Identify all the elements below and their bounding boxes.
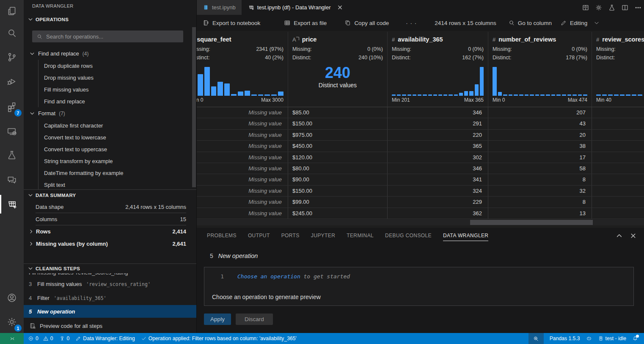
problems-status[interactable]: 0 0 [28,336,53,341]
search-input[interactable]: Search for operations... [32,31,183,42]
table-cell[interactable]: 220 [388,130,488,140]
discard-button[interactable]: Discard [236,313,273,325]
table-cell[interactable]: $85.00 [288,107,388,118]
sidebar-item-run-debug[interactable] [0,70,24,92]
sidebar-item-remote-explorer[interactable] [0,120,24,142]
export-as-file-button[interactable]: Export as file [284,19,327,26]
pandas-version-status[interactable]: Pandas 1.5.3 [550,336,580,341]
table-cell[interactable]: 43 [488,118,592,129]
summary-row[interactable]: Missing values (by column)2,641 [24,238,196,250]
panel-tab-ports[interactable]: PORTS [281,228,300,243]
more-actions-icon[interactable] [634,4,642,11]
operation-item[interactable]: Fill missing values [39,83,196,95]
grid-column-header[interactable]: ApriceMissing:0 (0%)Distinct:240 (10%)24… [288,32,388,107]
operation-applied-status[interactable]: Operation applied: Filter rows based on … [141,336,297,341]
sidebar-item-settings[interactable]: 1 [0,311,24,333]
close-icon[interactable] [337,5,343,10]
table-cell[interactable] [592,107,644,118]
cleaning-steps-header[interactable]: CLEANING STEPS [28,266,80,271]
grid-column-header[interactable]: #square_feetMissing:2341 (97%)Distinct:4… [197,32,288,107]
table-cell[interactable]: Missing value [197,141,288,151]
table-cell[interactable]: 8 [488,174,592,185]
table-cell[interactable]: Missing value [197,174,288,185]
sidebar-item-accounts[interactable] [0,287,24,309]
operation-item[interactable]: Find and replace [39,95,196,107]
chevron-up-icon[interactable] [616,233,622,239]
export-to-notebook-button[interactable]: Export to notebook [203,19,260,26]
table-cell[interactable] [592,152,644,163]
panel-tab-data-wrangler[interactable]: DATA WRANGLER [443,228,488,243]
preview-code-button[interactable]: Preview code for all steps [24,319,196,333]
editing-mode-button[interactable]: Editing [560,19,587,26]
panel-tab-problems[interactable]: PROBLEMS [207,228,237,243]
zoom-status-button[interactable] [528,333,544,344]
table-cell[interactable]: 8 [488,197,592,207]
sidebar-item-search[interactable] [0,22,24,44]
table-cell[interactable]: Missing value [197,130,288,140]
table-cell[interactable]: $150.00 [288,118,388,129]
operation-code-editor[interactable]: 1 Choose an operation to get started Cho… [204,267,634,306]
copy-all-code-button[interactable]: Copy all code [344,19,389,26]
copilot-status[interactable] [586,336,592,341]
table-cell[interactable]: 229 [388,197,488,207]
close-icon[interactable] [630,233,636,239]
split-editor-icon[interactable] [621,4,629,11]
table-cell[interactable]: 32 [488,186,592,196]
table-cell[interactable]: $90.00 [288,174,388,185]
operation-item[interactable]: Convert text to lowercase [39,131,196,143]
operation-item[interactable]: String transform by example [39,155,196,167]
table-cell[interactable]: $150.00 [288,186,388,196]
operation-item[interactable]: Drop duplicate rows [39,60,196,72]
grid-column-header[interactable]: #review_scores_ratingMissing:Distinct:Mi… [592,32,644,107]
table-cell[interactable]: Missing value [197,118,288,129]
kernel-status[interactable]: test - idle [598,336,626,341]
operation-item[interactable]: Split text [39,179,196,189]
operation-group-header[interactable]: Find and replace(4) [24,47,196,60]
table-cell[interactable]: Missing value [197,197,288,207]
table-cell[interactable]: $120.00 [288,152,388,163]
table-cell[interactable]: Missing value [197,107,288,118]
go-to-column-button[interactable]: Go to column [508,19,552,26]
operation-item[interactable]: Capitalize first character [39,119,196,131]
table-cell[interactable]: 38 [488,141,592,151]
operations-scrollbar[interactable] [192,27,196,187]
panel-tab-jupyter[interactable]: JUPYTER [311,228,335,243]
cleaning-step-row[interactable]: 5New operation [24,305,196,318]
tab-data-wrangler[interactable]: test.ipynb (df) - Data Wrangler [242,0,349,15]
tab-test-ipynb[interactable]: test.ipynb [197,0,242,15]
apply-button[interactable]: Apply [204,313,231,325]
table-cell[interactable]: $99.00 [288,197,388,207]
table-cell[interactable]: $975.00 [288,130,388,140]
panel-tab-terminal[interactable]: TERMINAL [347,228,374,243]
table-cell[interactable]: 346 [388,163,488,174]
cleaning-step-row[interactable]: 3Fill missing values'review_scores_ratin… [24,277,196,291]
cleaning-step-row[interactable]: 4Filter'availability_365' [24,291,196,305]
choose-operation-link[interactable]: Choose an operation [237,273,300,280]
table-cell[interactable]: Missing value [197,152,288,163]
panel-tab-debug-console[interactable]: DEBUG CONSOLE [385,228,432,243]
table-cell[interactable] [592,186,644,196]
sidebar-item-testing[interactable] [0,144,24,166]
sidebar-item-explorer[interactable] [0,0,24,22]
sidebar-item-data-wrangler[interactable] [0,193,24,215]
operations-section-header[interactable]: OPERATIONS [28,17,69,22]
panel-tab-output[interactable]: OUTPUT [248,228,270,243]
table-cell[interactable]: 207 [488,107,592,118]
open-preview-icon[interactable] [582,4,589,11]
table-cell[interactable]: 302 [388,152,488,163]
summary-row[interactable]: Rows2,414 [24,225,196,238]
table-cell[interactable] [592,174,644,185]
table-cell[interactable]: $80.00 [288,163,388,174]
table-cell[interactable] [592,197,644,207]
table-cell[interactable]: 341 [388,174,488,185]
sidebar-item-extensions[interactable]: 7 [0,96,24,118]
table-cell[interactable]: 17 [488,152,592,163]
table-cell[interactable] [592,163,644,174]
grid-column-header[interactable]: #availability_365Missing:0 (0%)Distinct:… [388,32,488,107]
table-cell[interactable]: 58 [488,163,592,174]
data-wrangler-mode-status[interactable]: Data Wrangler: Editing [75,336,135,341]
table-cell[interactable]: 13 [488,208,592,219]
remote-indicator[interactable] [0,333,24,344]
operation-item[interactable]: DateTime formatting by example [39,167,196,179]
operation-item[interactable]: Drop missing values [39,72,196,83]
